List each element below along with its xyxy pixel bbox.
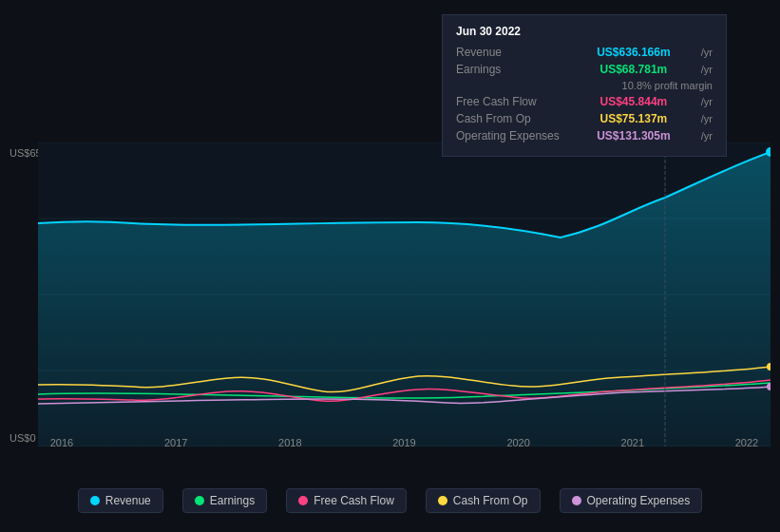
legend-item-cashop[interactable]: Cash From Op	[426, 488, 541, 513]
tooltip-unit-fcf: /yr	[701, 96, 713, 107]
x-label-2017: 2017	[152, 437, 200, 448]
tooltip-value-revenue: US$636.166m	[597, 46, 670, 59]
tooltip-value-opex: US$131.305m	[597, 129, 670, 142]
x-label-2022: 2022	[723, 437, 770, 448]
tooltip-unit-earnings: /yr	[701, 64, 713, 75]
legend-label-earnings: Earnings	[210, 494, 255, 507]
x-label-2020: 2020	[495, 437, 542, 448]
legend-item-earnings[interactable]: Earnings	[182, 488, 267, 513]
tooltip-margin-value: 10.8% profit margin	[622, 80, 713, 91]
tooltip-label-fcf: Free Cash Flow	[456, 95, 570, 108]
x-axis: 2016 2017 2018 2019 2020 2021 2022	[38, 437, 770, 448]
legend-item-opex[interactable]: Operating Expenses	[560, 488, 703, 513]
tooltip-value-earnings: US$68.781m	[600, 63, 668, 76]
tooltip-unit-opex: /yr	[701, 130, 713, 142]
tooltip-row-opex: Operating Expenses US$131.305m /yr	[456, 129, 713, 142]
tooltip-label-earnings: Earnings	[456, 63, 570, 76]
tooltip-label-cashop: Cash From Op	[456, 112, 570, 125]
legend-dot-cashop	[438, 496, 447, 505]
legend-label-fcf: Free Cash Flow	[314, 494, 394, 507]
tooltip-row-earnings: Earnings US$68.781m /yr	[456, 63, 713, 76]
legend-item-revenue[interactable]: Revenue	[78, 488, 163, 513]
legend-dot-revenue	[90, 496, 100, 505]
legend: Revenue Earnings Free Cash Flow Cash Fro…	[0, 488, 780, 513]
chart-area	[38, 142, 770, 446]
y-axis-bottom-label: US$0	[10, 432, 36, 444]
tooltip-value-cashop: US$75.137m	[600, 112, 668, 125]
tooltip-row-margin: 10.8% profit margin	[456, 80, 713, 91]
x-label-2016: 2016	[38, 437, 86, 448]
legend-dot-earnings	[195, 496, 204, 505]
legend-label-opex: Operating Expenses	[587, 494, 691, 507]
legend-label-revenue: Revenue	[105, 494, 151, 507]
legend-label-cashop: Cash From Op	[453, 494, 528, 507]
tooltip-label-revenue: Revenue	[456, 46, 570, 59]
tooltip-value-fcf: US$45.844m	[600, 95, 668, 108]
tooltip-unit-cashop: /yr	[701, 113, 713, 124]
chart-container: Jun 30 2022 Revenue US$636.166m /yr Earn…	[0, 0, 780, 532]
x-label-2021: 2021	[609, 437, 656, 448]
tooltip-date: Jun 30 2022	[456, 25, 713, 38]
legend-dot-opex	[572, 496, 581, 505]
tooltip-label-opex: Operating Expenses	[456, 129, 570, 142]
x-label-2018: 2018	[266, 437, 314, 448]
legend-item-fcf[interactable]: Free Cash Flow	[286, 488, 407, 513]
legend-dot-fcf	[298, 496, 308, 505]
tooltip-row-fcf: Free Cash Flow US$45.844m /yr	[456, 95, 713, 108]
chart-svg	[38, 142, 770, 446]
x-label-2019: 2019	[380, 437, 428, 448]
tooltip-row-revenue: Revenue US$636.166m /yr	[456, 46, 713, 59]
tooltip: Jun 30 2022 Revenue US$636.166m /yr Earn…	[442, 14, 727, 157]
tooltip-unit-revenue: /yr	[701, 47, 713, 58]
tooltip-row-cashop: Cash From Op US$75.137m /yr	[456, 112, 713, 125]
